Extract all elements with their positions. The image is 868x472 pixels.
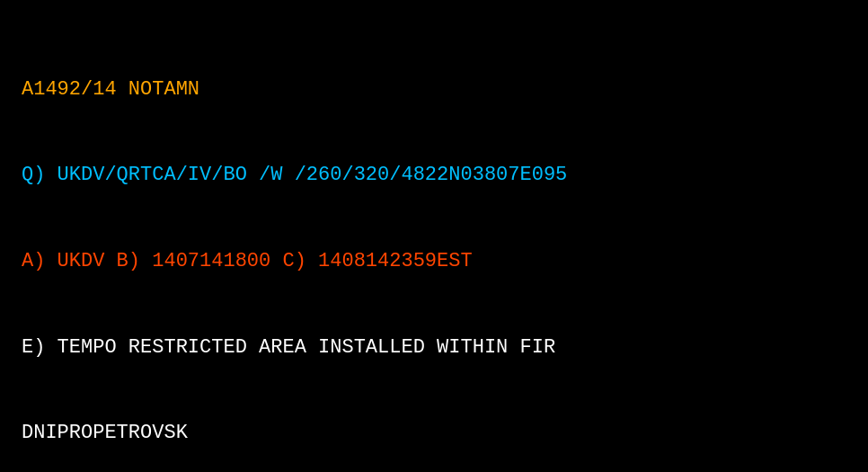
notam-line-q: Q) UKDV/QRTCA/IV/BO /W /260/320/4822N038…	[22, 161, 639, 190]
notam-line-e1: E) TEMPO RESTRICTED AREA INSTALLED WITHI…	[22, 334, 639, 362]
notam-document: A1492/14 NOTAMN Q) UKDV/QRTCA/IV/BO /W /…	[22, 18, 639, 472]
notam-title: A1492/14 NOTAMN	[22, 76, 639, 104]
notam-line-a: A) UKDV B) 1407141800 C) 1408142359EST	[22, 247, 639, 276]
notam-line-e2: DNIPROPETROVSK	[22, 419, 639, 448]
